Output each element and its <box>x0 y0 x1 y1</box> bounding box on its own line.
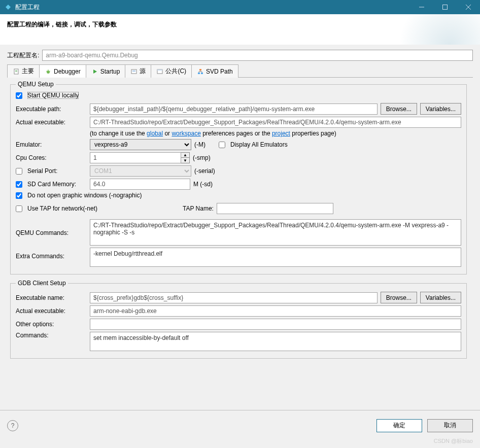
tap-checkbox[interactable] <box>16 205 22 212</box>
extra-cmds-textarea[interactable]: -kernel Debug/rtthread.elf <box>90 248 461 267</box>
gdb-other-input[interactable] <box>90 319 461 330</box>
actual-exec-field <box>90 117 461 128</box>
play-icon <box>91 68 98 75</box>
cpu-cores-flag: (-smp) <box>193 154 211 161</box>
question-icon: ? <box>11 422 15 429</box>
start-qemu-label: Start QEMU locally <box>27 92 79 99</box>
tab-debugger-label: Debugger <box>54 68 81 75</box>
serial-port-checkbox[interactable] <box>16 168 22 175</box>
display-all-label: Display All Emulators <box>230 141 288 148</box>
svg-rect-11 <box>131 70 136 74</box>
gdb-exec-name-input[interactable] <box>90 292 378 303</box>
exec-path-variables-button[interactable]: Variables... <box>420 103 461 115</box>
gdb-exec-name-label: Executable name: <box>16 294 87 301</box>
svg-rect-15 <box>199 69 201 71</box>
chevron-up-icon[interactable]: ▲ <box>181 153 189 158</box>
tab-main[interactable]: 主要 <box>7 64 40 78</box>
tab-svd[interactable]: SVD Path <box>191 64 238 78</box>
gdb-cmds-label: Commands: <box>16 332 87 339</box>
start-qemu-checkbox[interactable] <box>16 92 22 99</box>
window-title: 配置工程 <box>15 3 410 12</box>
tab-source[interactable]: 源 <box>125 64 151 78</box>
gdb-variables-button[interactable]: Variables... <box>420 292 461 303</box>
dialog-footer: ? 确定 取消 <box>0 410 480 440</box>
tab-startup-label: Startup <box>100 68 120 75</box>
cpu-cores-label: Cpu Cores: <box>16 154 87 161</box>
maximize-button[interactable] <box>433 0 457 14</box>
svg-rect-1 <box>443 5 448 10</box>
content-area: 工程配置名: 主要 Debugger Startup 源 公共(C) SVD P… <box>0 45 480 410</box>
help-button[interactable]: ? <box>7 420 18 431</box>
gdb-setup-group: GDB Client Setup Executable name: Browse… <box>10 280 467 359</box>
serial-port-flag: (-serial) <box>194 167 215 175</box>
workspace-link[interactable]: workspace <box>172 130 200 137</box>
tab-debugger[interactable]: Debugger <box>39 64 86 78</box>
tap-name-input[interactable] <box>217 203 333 214</box>
config-name-input[interactable] <box>42 50 473 61</box>
cancel-button[interactable]: 取消 <box>427 419 473 432</box>
page-title: 配置工程的编译，链接，调试，下载参数 <box>7 21 117 28</box>
tab-public-label: 公共(C) <box>165 67 186 76</box>
gdb-setup-legend: GDB Client Setup <box>16 280 68 287</box>
tap-label: Use TAP for network(-net) <box>27 205 180 212</box>
sd-card-input[interactable] <box>90 179 190 190</box>
serial-port-label: Serial Port: <box>27 167 57 175</box>
emulator-select[interactable]: vexpress-a9 <box>90 139 191 150</box>
bug-icon <box>45 68 52 75</box>
svg-rect-16 <box>198 73 200 74</box>
tab-public[interactable]: 公共(C) <box>151 64 192 78</box>
extra-cmds-label: Extra Commands: <box>16 248 87 260</box>
tree-icon <box>197 68 204 75</box>
gdb-other-label: Other options: <box>16 321 87 328</box>
app-icon <box>4 3 12 11</box>
sd-card-label: SD Card Memory: <box>27 181 76 188</box>
tab-content-scroll[interactable]: QEMU Setup Start QEMU locally Executable… <box>7 78 473 410</box>
nographic-label: Do not open graphic windows (-nographic) <box>27 192 142 199</box>
qemu-setup-legend: QEMU Setup <box>16 81 56 88</box>
exec-path-input[interactable] <box>90 104 378 115</box>
global-link[interactable]: global <box>147 130 163 137</box>
document-icon <box>13 68 20 75</box>
qemu-setup-group: QEMU Setup Start QEMU locally Executable… <box>10 81 467 274</box>
exec-path-browse-button[interactable]: Browse... <box>381 103 417 115</box>
chevron-down-icon[interactable]: ▼ <box>181 158 189 163</box>
tab-bar: 主要 Debugger Startup 源 公共(C) SVD Path <box>7 64 473 78</box>
window-titlebar: 配置工程 <box>0 0 480 14</box>
svg-rect-14 <box>157 70 162 71</box>
gdb-browse-button[interactable]: Browse... <box>381 292 417 303</box>
gdb-actual-exec-label: Actual executable: <box>16 307 87 315</box>
ok-button[interactable]: 确定 <box>376 419 422 432</box>
source-icon <box>130 68 138 75</box>
cpu-cores-spinner[interactable]: ▲▼ <box>90 152 190 163</box>
gdb-actual-exec-field <box>90 305 461 317</box>
tab-startup[interactable]: Startup <box>86 64 126 78</box>
page-header: 配置工程的编译，链接，调试，下载参数 <box>0 14 480 45</box>
minimize-button[interactable] <box>410 0 433 14</box>
tab-svd-label: SVD Path <box>206 68 233 75</box>
serial-port-select: COM1 <box>90 165 191 177</box>
svg-rect-17 <box>201 73 203 74</box>
emulator-label: Emulator: <box>16 141 87 148</box>
tap-name-label: TAP Name: <box>183 205 214 212</box>
change-hint: (to change it use the global or workspac… <box>90 130 461 137</box>
config-name-label: 工程配置名: <box>7 51 39 60</box>
svg-point-7 <box>47 71 50 74</box>
exec-path-label: Executable path: <box>16 106 87 113</box>
qemu-cmds-textarea: C:/RT-ThreadStudio/repo/Extract/Debugger… <box>90 219 461 246</box>
qemu-cmds-label: QEMU Commands: <box>16 219 87 236</box>
sd-card-checkbox[interactable] <box>16 181 22 188</box>
nographic-checkbox[interactable] <box>16 192 22 199</box>
window-icon <box>156 68 163 75</box>
actual-exec-label: Actual executable: <box>16 119 87 126</box>
sd-card-unit: M (-sd) <box>193 181 213 188</box>
config-name-row: 工程配置名: <box>7 50 473 61</box>
gdb-cmds-textarea[interactable]: set mem inaccessible-by-default off <box>90 332 461 351</box>
display-all-checkbox[interactable] <box>219 142 225 148</box>
tab-source-label: 源 <box>140 67 146 76</box>
watermark: CSDN @标biao <box>434 437 473 445</box>
tab-main-label: 主要 <box>22 67 34 76</box>
project-link[interactable]: project <box>272 130 290 137</box>
emulator-flag: (-M) <box>194 141 216 148</box>
close-button[interactable] <box>457 0 480 14</box>
